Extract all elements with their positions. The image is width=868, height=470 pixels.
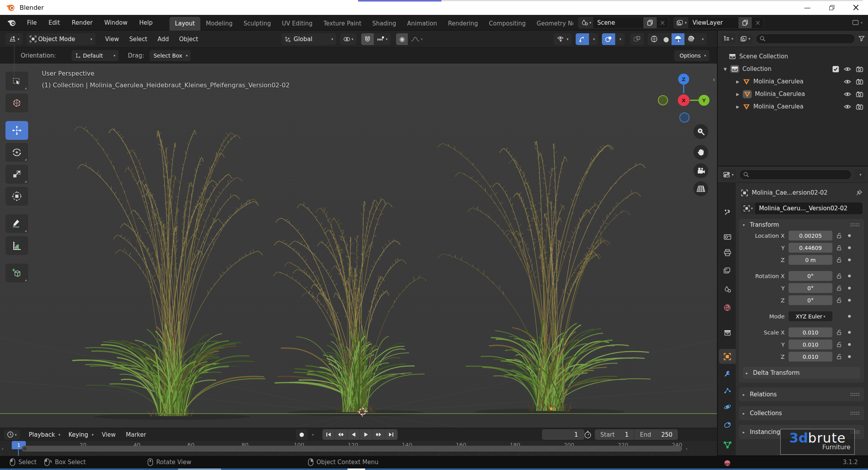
scene-unlink-button[interactable]: × <box>657 19 668 27</box>
properties-editor-type-button[interactable]: ▾ <box>721 169 736 180</box>
tab-modifiers[interactable] <box>719 366 736 381</box>
object-id-browse-button[interactable]: ▾ <box>741 202 755 214</box>
menu-render[interactable]: Render <box>66 15 98 31</box>
properties-search-input[interactable] <box>739 170 852 180</box>
outliner-row-scene-collection[interactable]: Scene Collection <box>718 50 868 63</box>
lock-open-icon[interactable] <box>836 273 842 279</box>
value-slider[interactable]: 0° <box>789 271 832 281</box>
keying-set-dropdown[interactable]: ▾ <box>308 429 317 440</box>
timeline-view-menu[interactable]: View <box>97 431 121 438</box>
tab-object-data[interactable] <box>719 437 736 452</box>
animate-dot[interactable] <box>848 258 851 261</box>
disable-in-renders-icon[interactable] <box>856 91 863 97</box>
tab-collection-properties[interactable] <box>719 325 736 340</box>
disable-in-renders-icon[interactable] <box>856 66 863 72</box>
current-frame-field[interactable]: 1 <box>542 429 584 440</box>
workspace-tab-geometry-nodes[interactable]: Geometry Nod <box>531 17 573 31</box>
animate-dot[interactable] <box>848 343 851 346</box>
tab-tool[interactable] <box>719 205 736 220</box>
shading-material-preview-button[interactable] <box>672 33 684 45</box>
tab-scene[interactable] <box>719 282 736 297</box>
workspace-tab-shading[interactable]: Shading <box>367 17 402 31</box>
disable-in-renders-icon[interactable] <box>856 104 863 110</box>
tab-view-layer[interactable] <box>719 263 736 278</box>
animate-dot[interactable] <box>848 287 851 289</box>
hide-in-viewport-icon[interactable] <box>844 104 851 109</box>
blender-app-icon[interactable] <box>6 19 17 27</box>
proportional-falloff-dropdown[interactable]: ▾ <box>408 33 426 45</box>
tab-output[interactable] <box>719 245 736 260</box>
minimize-button[interactable]: — <box>795 0 819 15</box>
pivot-point-dropdown[interactable]: ▾ <box>340 33 357 45</box>
lock-open-icon[interactable] <box>836 297 842 303</box>
workspace-tab-modeling[interactable]: Modeling <box>200 17 238 31</box>
jump-to-end-button[interactable] <box>385 429 398 440</box>
jump-to-start-button[interactable] <box>322 429 335 440</box>
lock-open-icon[interactable] <box>836 342 842 347</box>
outliner-row-object-1[interactable]: ▶ Molinia_Caerulea <box>718 75 868 88</box>
collapse-sidebar-icon[interactable]: ‹ <box>713 75 715 83</box>
timeline-editor-type-button[interactable]: ▾ <box>4 430 20 440</box>
menu-select[interactable]: Select <box>124 36 152 43</box>
outliner-row-collection[interactable]: ▼ Collection <box>718 63 868 75</box>
lock-open-icon[interactable] <box>836 233 842 239</box>
menu-file[interactable]: File <box>21 15 43 31</box>
zoom-button[interactable] <box>693 124 708 139</box>
view-layer-remove-button[interactable]: × <box>752 19 764 27</box>
viewport-3d[interactable]: User Perspective (1) Collection | Molini… <box>0 63 717 428</box>
keying-menu[interactable]: Keying ▾ <box>63 430 97 440</box>
workspace-tab-uv-editing[interactable]: UV Editing <box>276 17 318 31</box>
outliner-search-input[interactable] <box>756 34 855 44</box>
tool-add-cube[interactable] <box>5 264 28 282</box>
drag-handle-dots[interactable] <box>850 392 860 396</box>
animate-dot[interactable] <box>848 355 851 358</box>
outliner-row-object-3[interactable]: ▶ Molinia_Caerulea <box>718 100 868 113</box>
drag-handle-dots[interactable] <box>850 411 860 415</box>
scene-new-button[interactable] <box>643 17 657 28</box>
delta-transform-subpanel[interactable]: ▸ Delta Transform <box>743 367 860 379</box>
workspace-tab-animation[interactable]: Animation <box>402 17 442 31</box>
outliner-row-object-2[interactable]: ▶ Molinia_Caerulea <box>718 88 868 100</box>
pin-icon[interactable] <box>855 189 863 196</box>
scrollbar-handle[interactable] <box>23 447 27 450</box>
snap-toggle-button[interactable] <box>361 33 374 45</box>
scene-browse-button[interactable]: ▾ <box>578 17 593 28</box>
disclosure-open-icon[interactable]: ▼ <box>722 67 729 71</box>
transform-panel-header[interactable]: ▾ Transform <box>743 221 860 228</box>
value-slider[interactable]: 0° <box>789 295 832 305</box>
value-slider[interactable]: 0.010 <box>789 352 832 362</box>
tab-constraints[interactable] <box>719 418 736 432</box>
start-frame-field[interactable]: Start1 <box>595 429 634 440</box>
shading-rendered-button[interactable] <box>684 33 697 45</box>
menu-add[interactable]: Add <box>152 36 174 43</box>
value-slider[interactable]: 0.010 <box>789 327 832 337</box>
camera-view-button[interactable] <box>693 163 708 178</box>
end-frame-field[interactable]: End250 <box>634 429 678 440</box>
disclosure-closed-icon[interactable]: ▶ <box>734 105 741 109</box>
collections-panel[interactable]: ▸ Collections <box>739 406 864 420</box>
tool-move[interactable] <box>5 121 28 140</box>
value-slider[interactable]: 0.00205 <box>789 231 832 240</box>
tool-annotate[interactable] <box>5 214 28 233</box>
value-slider[interactable]: 0 m <box>789 255 832 265</box>
timeline-marker-menu[interactable]: Marker <box>121 431 151 438</box>
outliner-display-mode-dropdown[interactable]: ▾ <box>721 33 736 44</box>
shading-settings-dropdown[interactable]: ▾ <box>697 33 707 45</box>
navigation-gizmo[interactable]: Z X Y <box>654 68 713 123</box>
show-overlays-toggle[interactable] <box>602 33 615 45</box>
lock-open-icon[interactable] <box>836 329 842 335</box>
lock-open-icon[interactable] <box>836 285 842 291</box>
animate-dot[interactable] <box>848 331 851 334</box>
animate-dot[interactable] <box>848 299 851 302</box>
object-type-visibility-dropdown[interactable]: ▾ <box>554 33 572 45</box>
value-slider[interactable]: 0.44609 <box>789 243 832 253</box>
menu-view[interactable]: View <box>100 36 124 43</box>
tab-physics[interactable] <box>719 400 736 414</box>
view-layer-browse-button[interactable]: ▾ <box>674 17 689 28</box>
tab-material[interactable] <box>719 456 736 470</box>
timeline-ruler[interactable]: 20 40 60 80 100 120 140 160 180 200 220 … <box>0 441 717 456</box>
view-layer-name-field[interactable]: ViewLayer <box>688 19 738 26</box>
scene-name-field[interactable]: Scene <box>593 19 643 26</box>
tab-world[interactable] <box>719 300 736 315</box>
tab-particles[interactable] <box>719 383 736 398</box>
